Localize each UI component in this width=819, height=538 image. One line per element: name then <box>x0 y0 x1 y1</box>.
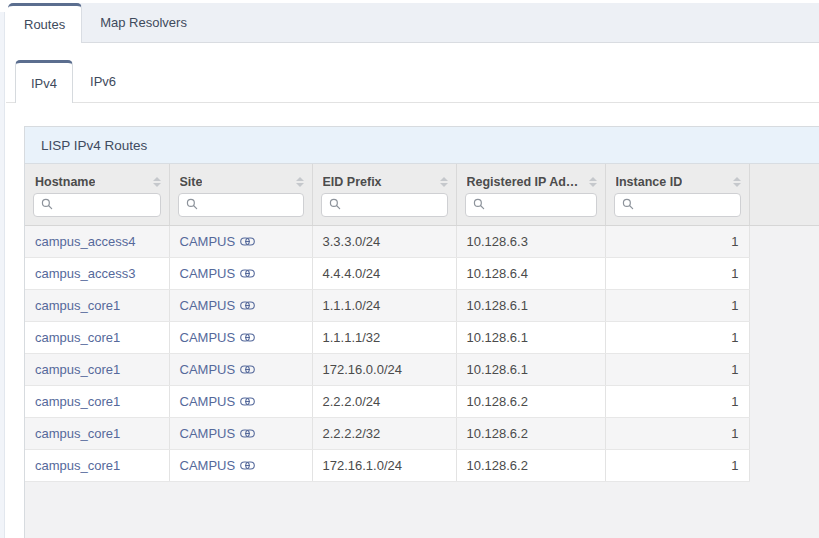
filter-search-box <box>33 193 161 217</box>
tab-routes[interactable]: Routes <box>8 3 82 43</box>
column-label: Hostname <box>35 175 95 189</box>
filter-input-registered-ip-address[interactable] <box>490 198 589 212</box>
filler-cell <box>749 354 819 386</box>
column-header-instance-id: Instance ID <box>605 164 749 191</box>
cell-site: CAMPUS <box>169 386 312 418</box>
chain-link-icon <box>240 428 255 439</box>
sort-icon[interactable] <box>438 175 450 189</box>
filter-cell-eid-prefix <box>312 191 456 226</box>
cell-eid_prefix: 3.3.3.0/24 <box>312 226 456 258</box>
sort-icon[interactable] <box>731 175 743 189</box>
site-link[interactable]: CAMPUS <box>180 458 256 473</box>
tab-ipv6[interactable]: IPv6 <box>73 60 133 102</box>
column-label: Site <box>180 175 203 189</box>
cell-registered_ip: 10.128.6.1 <box>456 354 605 386</box>
filler-cell <box>749 418 819 450</box>
filter-cell-instance-id <box>605 191 749 226</box>
hostname-link[interactable]: campus_core1 <box>35 298 120 313</box>
site-link[interactable]: CAMPUS <box>180 266 256 281</box>
cell-instance_id: 1 <box>605 322 749 354</box>
hostname-link[interactable]: campus_access3 <box>35 266 135 281</box>
routes-table-body: campus_access4CAMPUS3.3.3.0/2410.128.6.3… <box>25 226 819 482</box>
cell-eid_prefix: 172.16.1.0/24 <box>312 450 456 482</box>
hostname-link[interactable]: campus_access4 <box>35 234 135 249</box>
tab-ipv6-label: IPv6 <box>90 74 116 89</box>
table-row: campus_core1CAMPUS172.16.0.0/2410.128.6.… <box>25 354 819 386</box>
cell-eid_prefix: 2.2.2.0/24 <box>312 386 456 418</box>
filter-input-hostname[interactable] <box>58 198 153 212</box>
filler-cell <box>749 290 819 322</box>
column-header-hostname: Hostname <box>25 164 169 191</box>
filter-input-site[interactable] <box>203 198 296 212</box>
chain-link-icon <box>240 300 255 311</box>
site-name: CAMPUS <box>180 426 236 441</box>
ip-version-tab-bar: IPv4 IPv6 <box>6 60 819 103</box>
cell-site: CAMPUS <box>169 354 312 386</box>
site-link[interactable]: CAMPUS <box>180 362 256 377</box>
chain-link-icon <box>240 364 255 375</box>
tab-map-resolvers[interactable]: Map Resolvers <box>82 3 205 42</box>
panel-title: LISP IPv4 Routes <box>41 138 147 153</box>
chain-link-icon <box>240 396 255 407</box>
cell-instance_id: 1 <box>605 418 749 450</box>
cell-registered_ip: 10.128.6.1 <box>456 322 605 354</box>
cell-site: CAMPUS <box>169 290 312 322</box>
cell-hostname: campus_core1 <box>25 450 169 482</box>
site-name: CAMPUS <box>180 362 236 377</box>
filler-cell <box>749 226 819 258</box>
filter-input-instance-id[interactable] <box>639 198 733 212</box>
site-link[interactable]: CAMPUS <box>180 426 256 441</box>
cell-registered_ip: 10.128.6.2 <box>456 418 605 450</box>
chain-link-icon <box>240 332 255 343</box>
cell-eid_prefix: 2.2.2.2/32 <box>312 418 456 450</box>
site-name: CAMPUS <box>180 394 236 409</box>
column-header-site: Site <box>169 164 312 191</box>
tab-ipv4-label: IPv4 <box>31 76 57 91</box>
cell-site: CAMPUS <box>169 418 312 450</box>
cell-registered_ip: 10.128.6.2 <box>456 386 605 418</box>
cell-hostname: campus_core1 <box>25 418 169 450</box>
filler-cell <box>749 258 819 290</box>
hostname-link[interactable]: campus_core1 <box>35 458 120 473</box>
column-header-eid-prefix: EID Prefix <box>312 164 456 191</box>
filter-input-eid-prefix[interactable] <box>346 198 440 212</box>
chain-link-icon <box>240 460 255 471</box>
cell-instance_id: 1 <box>605 290 749 322</box>
hostname-link[interactable]: campus_core1 <box>35 426 120 441</box>
tab-map-resolvers-label: Map Resolvers <box>100 15 187 30</box>
search-icon <box>622 196 634 214</box>
cell-registered_ip: 10.128.6.2 <box>456 450 605 482</box>
search-icon <box>473 196 485 214</box>
site-name: CAMPUS <box>180 234 236 249</box>
hostname-link[interactable]: campus_core1 <box>35 330 120 345</box>
table-row: campus_core1CAMPUS2.2.2.0/2410.128.6.21 <box>25 386 819 418</box>
table-filter-row <box>25 191 819 226</box>
cell-hostname: campus_access4 <box>25 226 169 258</box>
main-tab-bar: Routes Map Resolvers <box>8 3 819 43</box>
filter-cell-hostname <box>25 191 169 226</box>
filter-search-box <box>321 193 448 217</box>
filter-cell-site <box>169 191 312 226</box>
sort-icon[interactable] <box>587 175 599 189</box>
tab-routes-label: Routes <box>24 17 65 32</box>
search-icon <box>41 196 53 214</box>
table-row: campus_core1CAMPUS1.1.1.0/2410.128.6.11 <box>25 290 819 322</box>
filter-search-box <box>178 193 304 217</box>
cell-site: CAMPUS <box>169 450 312 482</box>
cell-eid_prefix: 1.1.1.1/32 <box>312 322 456 354</box>
tab-ipv4[interactable]: IPv4 <box>15 60 73 103</box>
hostname-link[interactable]: campus_core1 <box>35 394 120 409</box>
chain-link-icon <box>240 236 255 247</box>
sort-icon[interactable] <box>151 175 163 189</box>
hostname-link[interactable]: campus_core1 <box>35 362 120 377</box>
filler-cell <box>749 386 819 418</box>
site-link[interactable]: CAMPUS <box>180 330 256 345</box>
site-link[interactable]: CAMPUS <box>180 234 256 249</box>
sort-icon[interactable] <box>294 175 306 189</box>
lisp-routes-panel: LISP IPv4 Routes HostnameSiteEID PrefixR… <box>24 126 819 538</box>
site-link[interactable]: CAMPUS <box>180 394 256 409</box>
site-link[interactable]: CAMPUS <box>180 298 256 313</box>
cell-instance_id: 1 <box>605 450 749 482</box>
table-header-row: HostnameSiteEID PrefixRegistered IP Addr… <box>25 164 819 191</box>
filler-header-cell <box>749 164 819 191</box>
